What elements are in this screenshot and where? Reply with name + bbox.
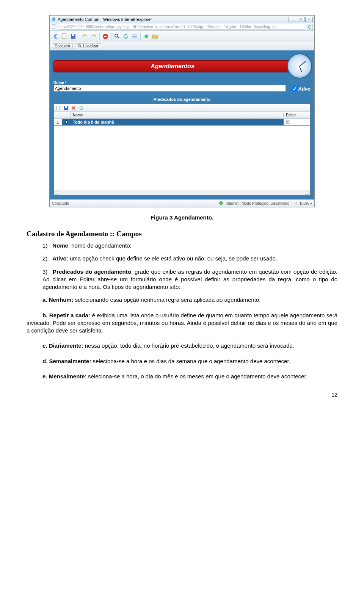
- page-icon: [51, 24, 56, 30]
- refresh-icon[interactable]: [122, 33, 130, 40]
- header-banner: Agendamentos: [53, 57, 311, 75]
- status-icon[interactable]: [143, 33, 150, 40]
- ie-icon: [51, 17, 56, 22]
- banner-title: Agendamentos: [53, 60, 292, 72]
- ativo-checkbox[interactable]: Ativo: [292, 86, 311, 92]
- grid-refresh-icon[interactable]: [78, 105, 84, 111]
- globe-icon: [219, 201, 223, 206]
- delete-icon[interactable]: [102, 33, 109, 40]
- list-item: 1) Nome: nome do agendamento;: [42, 242, 337, 249]
- svg-rect-5: [72, 34, 74, 36]
- sub-item-c: c. Diariamente: nessa opção, todo dia, n…: [27, 342, 337, 350]
- sub-toolbar: Cadastro Localizar: [50, 42, 314, 50]
- svg-point-12: [78, 44, 80, 47]
- app-toolbar: [50, 31, 314, 42]
- localizar-button[interactable]: Localizar: [75, 43, 101, 49]
- maximize-button[interactable]: □: [297, 17, 304, 22]
- sub-item-b: b. Repetir a cada: é exibida uma lista o…: [27, 312, 337, 335]
- page-number: 12: [27, 392, 337, 398]
- table-row[interactable]: 1 Todo dia 8 da manhã: [54, 119, 310, 125]
- close-button[interactable]: ×: [305, 17, 313, 22]
- titlebar: Agendamento Comum - Windows Internet Exp…: [50, 16, 314, 23]
- field-list: 1) Nome: nome do agendamento; 2) Ativo: …: [27, 242, 337, 291]
- grid-hscrollbar[interactable]: [54, 190, 310, 195]
- svg-rect-8: [132, 35, 137, 35]
- url-input[interactable]: [58, 24, 305, 30]
- zoom-control[interactable]: 100% ▾: [292, 201, 312, 205]
- svg-rect-9: [132, 36, 137, 37]
- predicados-grid: Nome Editar 1 Todo dia 8 da manhã: [53, 104, 311, 196]
- statusbar: Concluído Internet | Modo Protegido: Des…: [50, 199, 314, 207]
- form-body: Agendamentos Nome * At: [50, 50, 314, 199]
- new-icon[interactable]: [61, 33, 68, 40]
- figure-caption: Figura 3 Agendamento.: [27, 214, 337, 221]
- svg-rect-16: [287, 121, 290, 124]
- grid-delete-icon[interactable]: [71, 105, 77, 111]
- window-title: Agendamento Comum - Windows Internet Exp…: [58, 17, 152, 22]
- grid-header: Nome Editar: [54, 112, 310, 119]
- folder-icon[interactable]: [151, 33, 159, 40]
- grid-new-icon[interactable]: [55, 105, 61, 111]
- svg-rect-13: [57, 106, 60, 110]
- ativo-label: Ativo: [298, 86, 311, 92]
- sub-item-d: d. Semanalmente: seleciona-se a hora e o…: [27, 358, 337, 365]
- svg-rect-1: [52, 24, 55, 28]
- svg-rect-15: [65, 106, 67, 108]
- sub-item-a: a. Nenhum: selecionando essa opção nenhu…: [27, 296, 337, 304]
- cadastro-button[interactable]: Cadastro: [52, 43, 73, 49]
- refresh-button[interactable]: [307, 24, 313, 30]
- svg-point-18: [295, 202, 297, 204]
- row-edit-cell[interactable]: [284, 119, 310, 125]
- nome-label: Nome *: [53, 81, 286, 85]
- row-nome-cell: Todo dia 8 da manhã: [71, 120, 284, 124]
- scroll-right-icon[interactable]: [305, 191, 309, 195]
- scroll-left-icon[interactable]: [55, 191, 59, 195]
- section-heading: Cadastro de Agendamento :: Campos: [27, 230, 337, 238]
- save-icon[interactable]: [69, 33, 77, 40]
- grid-toolbar: [54, 104, 310, 112]
- search-icon[interactable]: [113, 33, 121, 40]
- nome-input[interactable]: [53, 85, 286, 92]
- status-left: Concluído: [52, 201, 69, 205]
- list-item: 3) Predicados do agendamento: grade que …: [42, 268, 337, 291]
- svg-rect-2: [53, 25, 54, 26]
- predicados-title: Predicados do agendamento: [53, 97, 311, 102]
- status-mode: Internet | Modo Protegido: Desativado: [226, 201, 289, 205]
- minimize-button[interactable]: _: [289, 17, 296, 22]
- list-item: 2) Ativo: uma opção check que define se …: [42, 255, 337, 262]
- redo-icon[interactable]: [90, 33, 97, 40]
- sub-item-e: e. Mensalmente: seleciona-se a hora, o d…: [27, 373, 337, 380]
- grid-col-nome[interactable]: Nome: [71, 113, 284, 117]
- svg-point-7: [115, 34, 118, 37]
- row-selector[interactable]: [62, 120, 71, 124]
- svg-point-17: [220, 201, 223, 205]
- svg-rect-3: [62, 34, 66, 39]
- list-icon[interactable]: [131, 33, 138, 40]
- browser-window: Agendamento Comum - Windows Internet Exp…: [49, 15, 315, 207]
- grid-save-icon[interactable]: [63, 105, 69, 111]
- grid-empty-area: [54, 125, 310, 190]
- row-number: 1: [54, 119, 62, 125]
- svg-rect-10: [132, 38, 137, 38]
- back-icon[interactable]: [52, 33, 60, 40]
- clock-icon: [287, 53, 312, 78]
- zoom-value: 100%: [299, 201, 309, 205]
- undo-icon[interactable]: [81, 33, 89, 40]
- address-bar: [50, 23, 314, 31]
- svg-point-11: [144, 35, 148, 38]
- grid-col-editar[interactable]: Editar: [284, 113, 310, 117]
